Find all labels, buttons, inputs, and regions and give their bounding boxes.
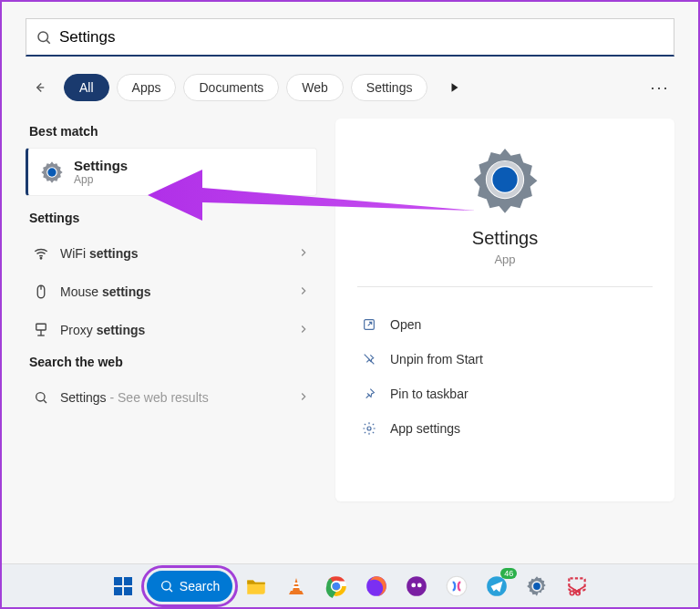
svg-point-9 xyxy=(36,393,45,401)
svg-rect-22 xyxy=(293,586,299,588)
tab-all[interactable]: All xyxy=(64,74,109,101)
best-match-title: Settings xyxy=(74,158,128,173)
svg-line-1 xyxy=(46,40,49,43)
svg-point-28 xyxy=(412,583,417,587)
result-text: Settings - See web results xyxy=(60,390,209,405)
svg-line-20 xyxy=(170,589,172,592)
svg-point-34 xyxy=(571,591,574,594)
result-mouse-settings[interactable]: Mouse settings xyxy=(26,273,317,311)
detail-pane: Settings App Open Unpin from Start Pin t xyxy=(335,119,674,501)
tab-web[interactable]: Web xyxy=(286,74,344,101)
settings-label: Settings xyxy=(29,211,317,225)
folder-icon xyxy=(244,574,268,598)
svg-rect-18 xyxy=(124,587,132,595)
result-text: Mouse settings xyxy=(60,284,151,299)
chevron-right-icon xyxy=(297,323,310,338)
taskbar-firefox[interactable] xyxy=(360,570,393,603)
chevron-right-icon xyxy=(297,284,310,300)
action-pin-taskbar[interactable]: Pin to taskbar xyxy=(357,377,653,411)
play-icon[interactable] xyxy=(440,73,469,102)
more-button[interactable]: ··· xyxy=(645,73,674,102)
taskbar: Search 46 xyxy=(2,563,698,607)
svg-point-30 xyxy=(447,576,467,596)
taskbar-start[interactable] xyxy=(107,570,139,603)
open-icon xyxy=(361,316,377,333)
svg-point-0 xyxy=(38,32,48,42)
svg-point-2 xyxy=(47,168,56,176)
result-web-search[interactable]: Settings - See web results xyxy=(26,378,317,417)
chevron-right-icon xyxy=(297,246,310,262)
chrome-icon xyxy=(324,574,348,598)
results-column: Best match Settings App Settings WiFi se… xyxy=(26,119,317,501)
best-match-result[interactable]: Settings App xyxy=(26,148,317,196)
unpin-icon xyxy=(361,351,377,367)
svg-point-11 xyxy=(492,167,517,191)
chevron-right-icon xyxy=(297,390,310,406)
taskbar-search-label: Search xyxy=(180,579,220,594)
search-icon xyxy=(33,389,49,406)
search-icon xyxy=(160,579,174,594)
wifi-icon xyxy=(33,245,49,262)
action-label: App settings xyxy=(390,421,460,436)
best-match-sub: App xyxy=(74,173,128,186)
result-wifi-settings[interactable]: WiFi settings xyxy=(26,234,317,273)
svg-rect-15 xyxy=(114,577,122,585)
gear-icon xyxy=(525,574,549,598)
windows-icon xyxy=(112,575,134,597)
search-input[interactable] xyxy=(59,28,664,46)
svg-point-29 xyxy=(417,583,422,587)
best-match-label: Best match xyxy=(29,124,317,139)
taskbar-chrome[interactable] xyxy=(320,570,353,603)
firefox-icon xyxy=(365,574,388,598)
taskbar-explorer[interactable] xyxy=(240,570,273,603)
search-bar[interactable] xyxy=(26,18,674,57)
mouse-icon xyxy=(33,284,49,300)
filter-tabs: All Apps Documents Web Settings ··· xyxy=(26,73,674,102)
svg-point-24 xyxy=(333,582,341,590)
svg-point-19 xyxy=(161,581,170,589)
action-label: Open xyxy=(390,317,421,332)
detail-app-icon xyxy=(357,144,653,215)
svg-point-32 xyxy=(533,583,540,590)
vlc-icon xyxy=(285,575,307,597)
action-label: Unpin from Start xyxy=(390,352,483,366)
taskbar-app-purple[interactable] xyxy=(400,570,433,603)
result-text: WiFi settings xyxy=(60,246,139,261)
svg-rect-16 xyxy=(124,577,132,585)
action-open[interactable]: Open xyxy=(357,307,653,342)
back-button[interactable] xyxy=(26,74,53,101)
taskbar-snip[interactable] xyxy=(561,570,593,603)
svg-point-14 xyxy=(367,427,371,430)
action-unpin-start[interactable]: Unpin from Start xyxy=(357,342,653,377)
taskbar-vlc[interactable] xyxy=(280,570,313,603)
svg-line-10 xyxy=(44,400,46,403)
search-icon xyxy=(36,29,52,46)
badge: 46 xyxy=(500,568,517,579)
gear-icon xyxy=(361,420,377,437)
taskbar-copilot[interactable] xyxy=(440,570,473,603)
tab-apps[interactable]: Apps xyxy=(117,74,177,101)
taskbar-telegram[interactable]: 46 xyxy=(480,570,513,603)
action-app-settings[interactable]: App settings xyxy=(357,411,653,446)
detail-title: Settings xyxy=(357,228,653,249)
taskbar-search[interactable]: Search xyxy=(147,571,232,602)
tab-documents[interactable]: Documents xyxy=(183,74,279,101)
divider xyxy=(357,286,653,287)
web-label: Search the web xyxy=(29,355,317,369)
svg-rect-17 xyxy=(114,587,122,595)
content-area: Best match Settings App Settings WiFi se… xyxy=(26,119,674,501)
proxy-icon xyxy=(33,322,49,338)
svg-rect-21 xyxy=(293,583,299,584)
gear-icon xyxy=(39,160,65,185)
detail-sub: App xyxy=(357,253,653,266)
taskbar-settings[interactable] xyxy=(520,570,553,603)
copilot-icon xyxy=(445,574,468,598)
tab-settings[interactable]: Settings xyxy=(351,74,428,101)
result-proxy-settings[interactable]: Proxy settings xyxy=(26,311,317,349)
action-label: Pin to taskbar xyxy=(390,387,468,401)
svg-rect-6 xyxy=(36,324,46,330)
pin-icon xyxy=(361,386,377,402)
svg-point-3 xyxy=(40,258,42,260)
svg-point-27 xyxy=(407,576,427,596)
search-panel: All Apps Documents Web Settings ··· Best… xyxy=(2,2,698,563)
